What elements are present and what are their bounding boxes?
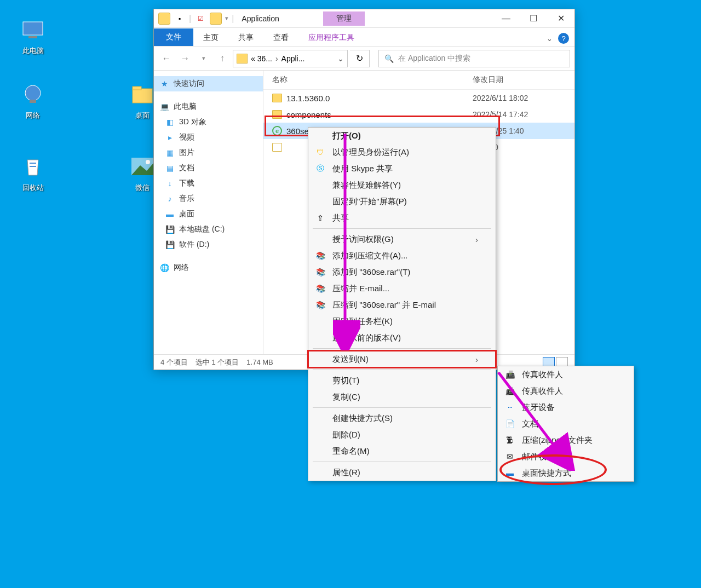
- close-button[interactable]: ✕: [547, 9, 574, 28]
- help-icon[interactable]: ?: [558, 33, 569, 44]
- menu-item-restore[interactable]: 还原以前的版本(V): [308, 330, 496, 346]
- nav-back-button[interactable]: ←: [158, 50, 175, 67]
- sidebar-item-downloads[interactable]: ↓下载: [154, 176, 263, 191]
- ribbon-tab-share[interactable]: 共享: [228, 30, 263, 46]
- chevron-down-icon[interactable]: ⌄: [337, 54, 344, 63]
- menu-label: 重命名(M): [332, 446, 370, 457]
- menu-item-cut[interactable]: 剪切(T): [308, 372, 496, 389]
- file-row[interactable]: 13.1.5360.0 2022/6/11 18:02: [263, 90, 574, 106]
- breadcrumb[interactable]: « 36... › Appli... ⌄: [233, 50, 348, 67]
- menu-label: 传真收件人: [522, 386, 563, 396]
- ribbon-tab-file[interactable]: 文件: [154, 28, 193, 46]
- menu-item-skype[interactable]: Ⓢ使用 Skype 共享: [308, 160, 496, 177]
- svg-rect-0: [23, 22, 43, 35]
- sidebar-item-quickaccess[interactable]: ★快速访问: [154, 76, 263, 91]
- sidebar-item-network[interactable]: 🌐网络: [154, 260, 263, 275]
- status-size: 1.74 MB: [246, 358, 273, 366]
- status-selected: 选中 1 个项目: [196, 358, 239, 367]
- sidebar-item-3dobjects[interactable]: ◧3D 对象: [154, 114, 263, 130]
- ribbon-expand-icon[interactable]: ⌄: [547, 34, 553, 43]
- qat-btn[interactable]: [210, 13, 222, 25]
- desktop-icon-network[interactable]: 网络: [11, 81, 55, 120]
- menu-label: 还原以前的版本(V): [332, 333, 401, 343]
- desktop-icon-label: 此电脑: [11, 46, 55, 56]
- search-input[interactable]: 🔍 在 Application 中搜索: [378, 50, 570, 67]
- sidebar-item-music[interactable]: ♪音乐: [154, 191, 263, 206]
- submenu-item-bluetooth[interactable]: ⵈ蓝牙设备: [498, 399, 634, 416]
- submenu-item-mail[interactable]: ✉邮件收件人: [498, 448, 634, 465]
- ribbon-tab-apptools[interactable]: 应用程序工具: [298, 30, 364, 46]
- submenu-item-documents[interactable]: 📄文档: [498, 416, 634, 432]
- desktop-icon-recycle[interactable]: 回收站: [11, 153, 55, 193]
- sidebar-label: 下载: [179, 178, 194, 188]
- download-icon: ↓: [165, 178, 175, 188]
- rar-icon: 📚: [315, 267, 326, 278]
- qat-btn[interactable]: ▪: [174, 13, 186, 25]
- folder-icon: [237, 54, 248, 64]
- menu-item-share[interactable]: ⇪共享: [308, 210, 496, 226]
- ribbon-tab-view[interactable]: 查看: [263, 30, 298, 46]
- breadcrumb-part[interactable]: Appli...: [281, 54, 305, 63]
- nav-history-dropdown[interactable]: ▾: [196, 50, 212, 67]
- menu-item-compat[interactable]: 兼容性疑难解答(Y): [308, 177, 496, 193]
- nav-up-button[interactable]: ↑: [214, 50, 231, 67]
- sidebar-item-drive-c[interactable]: 💾本地磁盘 (C:): [154, 222, 263, 237]
- fax-icon: 📠: [504, 369, 515, 380]
- submenu-item-desktop-shortcut[interactable]: ▬桌面快捷方式: [498, 465, 634, 481]
- sidebar-item-videos[interactable]: ▸视频: [154, 130, 263, 145]
- menu-separator: [313, 348, 491, 349]
- titlebar[interactable]: ▪ | ☑ ▾ | Application 管理 — ☐ ✕: [154, 9, 574, 28]
- file-name: 13.1.5360.0: [286, 94, 330, 103]
- submenu-item-zipfolder[interactable]: 🗜压缩(zipped)文件夹: [498, 432, 634, 448]
- skype-icon: Ⓢ: [315, 163, 326, 174]
- sidebar-item-pictures[interactable]: ▦图片: [154, 145, 263, 160]
- menu-item-open[interactable]: 打开(O): [308, 128, 496, 144]
- breadcrumb-part[interactable]: « 36...: [251, 54, 272, 63]
- zip-icon: 🗜: [504, 435, 515, 446]
- menu-item-rar4[interactable]: 📚压缩到 "360se.rar" 并 E-mail: [308, 297, 496, 313]
- menu-item-properties[interactable]: 属性(R): [308, 464, 496, 481]
- ribbon-tab-home[interactable]: 主页: [193, 30, 228, 46]
- folder-icon: [272, 110, 282, 119]
- minimize-button[interactable]: —: [492, 9, 520, 28]
- chevron-right-icon[interactable]: ›: [275, 54, 278, 63]
- menu-item-rename[interactable]: 重命名(M): [308, 443, 496, 459]
- file-row[interactable]: components 2022/5/14 17:42: [263, 106, 574, 123]
- submenu-item-fax[interactable]: 📠传真收件人: [498, 383, 634, 399]
- menu-label: 传真收件人: [522, 370, 563, 380]
- sidebar-label: 本地磁盘 (C:): [179, 224, 225, 234]
- document-icon: ▤: [165, 163, 175, 173]
- maximize-button[interactable]: ☐: [520, 9, 547, 28]
- column-header-date[interactable]: 修改日期: [473, 75, 566, 85]
- menu-item-shortcut[interactable]: 创建快捷方式(S): [308, 410, 496, 426]
- qat-dropdown-icon[interactable]: ▾: [225, 15, 228, 22]
- ribbon-tabs: 文件 主页 共享 查看 应用程序工具 ⌄ ?: [154, 28, 574, 47]
- menu-label: 属性(R): [332, 468, 360, 478]
- menu-label: 以管理员身份运行(A): [332, 147, 409, 158]
- menu-item-copy[interactable]: 复制(C): [308, 389, 496, 405]
- qat-btn[interactable]: ☑: [194, 13, 206, 25]
- menu-item-pin-start[interactable]: 固定到"开始"屏幕(P): [308, 193, 496, 210]
- sidebar-item-thispc[interactable]: 💻此电脑: [154, 99, 263, 114]
- sidebar-item-drive-d[interactable]: 💾软件 (D:): [154, 237, 263, 252]
- sidebar-item-documents[interactable]: ▤文档: [154, 160, 263, 176]
- menu-item-delete[interactable]: 删除(D): [308, 426, 496, 443]
- svg-rect-4: [133, 89, 152, 103]
- menu-label: 创建快捷方式(S): [332, 413, 393, 424]
- refresh-button[interactable]: ↻: [350, 50, 370, 67]
- submenu-item-fax[interactable]: 📠传真收件人: [498, 366, 634, 383]
- menu-item-sendto[interactable]: 发送到(N)›: [308, 351, 496, 367]
- qat-sep: |: [189, 14, 191, 24]
- nav-forward-button[interactable]: →: [177, 50, 193, 67]
- desktop-icon-thispc[interactable]: 此电脑: [11, 16, 55, 56]
- sidebar-item-desktop[interactable]: ▬桌面: [154, 206, 263, 222]
- menu-item-rar2[interactable]: 📚添加到 "360se.rar"(T): [308, 264, 496, 280]
- column-header-name[interactable]: 名称: [272, 75, 473, 85]
- menu-item-pin-taskbar[interactable]: 固定到任务栏(K): [308, 313, 496, 330]
- picture-icon: ▦: [165, 148, 175, 158]
- menu-item-rar1[interactable]: 📚添加到压缩文件(A)...: [308, 247, 496, 264]
- menu-item-runasadmin[interactable]: 🛡以管理员身份运行(A): [308, 144, 496, 160]
- column-headers[interactable]: 名称 修改日期: [263, 71, 574, 90]
- menu-item-giveaccess[interactable]: 授予访问权限(G)›: [308, 231, 496, 247]
- menu-item-rar3[interactable]: 📚压缩并 E-mail...: [308, 280, 496, 297]
